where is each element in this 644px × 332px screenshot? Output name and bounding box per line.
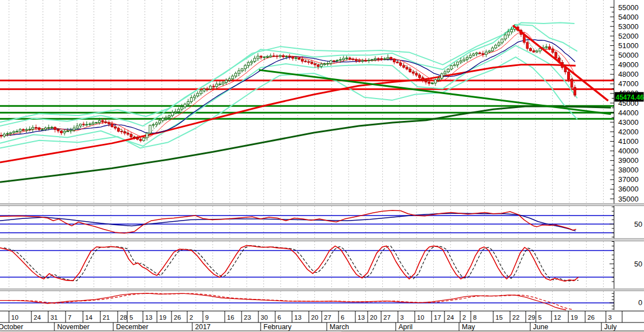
- date-tick-label: 13: [294, 314, 302, 321]
- price-tick-label: 53000: [618, 22, 638, 31]
- month-label: March: [330, 323, 349, 331]
- date-tick-label: 10: [417, 314, 424, 321]
- date-tick-label: 17: [434, 314, 441, 321]
- osc1-navy-line: [0, 213, 576, 231]
- date-tick-label: 20: [311, 314, 318, 321]
- date-tick-label: 3: [608, 314, 611, 321]
- month-label: October: [0, 323, 23, 331]
- candles: [0, 24, 576, 142]
- price-tick-label: 44000: [618, 109, 638, 117]
- date-tick-label: 13: [358, 314, 365, 321]
- date-tick-label: 10: [11, 314, 18, 321]
- month-label: April: [399, 323, 413, 331]
- oscillator-axis-label: 0: [638, 298, 642, 307]
- price-tick-label: 40000: [618, 147, 638, 155]
- date-tick-label: 24: [447, 314, 454, 321]
- price-tick-label: 54000: [618, 13, 638, 21]
- date-tick-label: 19: [159, 314, 166, 321]
- long-term-ma-green: [0, 106, 611, 182]
- date-tick-label: 30: [261, 314, 268, 321]
- price-tick-label: 42000: [618, 128, 638, 136]
- price-tick-label: 35000: [618, 195, 638, 203]
- date-tick-label: 26: [587, 314, 595, 321]
- bollinger-inner-lower: [0, 45, 577, 146]
- oscillator-axis-label: 50: [634, 260, 642, 268]
- price-tick-label: 55000: [618, 3, 638, 12]
- date-tick-label: 8: [473, 314, 476, 321]
- price-tick-label: 39000: [618, 156, 638, 165]
- svg-text:45474.46: 45474.46: [616, 93, 644, 101]
- bollinger-outer-lower: [0, 57, 577, 148]
- date-axis: 1024317142128513192629162330613202761320…: [0, 311, 644, 331]
- date-tick-label: 22: [512, 314, 520, 321]
- date-tick-label: 13: [145, 314, 152, 321]
- ma-short-green-dotted: [0, 29, 575, 139]
- price-tick-label: 37000: [618, 175, 638, 184]
- date-tick-label: 19: [571, 314, 578, 321]
- date-tick-label: 27: [324, 314, 331, 321]
- date-tick-label: 2: [462, 314, 466, 321]
- date-tick-label: 28: [120, 314, 127, 321]
- date-tick-label: 26: [174, 314, 181, 321]
- month-label: July: [604, 323, 617, 331]
- green-downtrend-line: [259, 70, 611, 114]
- long-term-ma-red: [0, 65, 576, 163]
- price-tick-label: 49000: [618, 60, 638, 69]
- date-tick-label: 5: [538, 314, 541, 321]
- price-tick-label: 36000: [618, 185, 638, 193]
- date-tick-label: 12: [554, 314, 561, 321]
- ma-mid-navy: [0, 40, 575, 135]
- bollinger-outer-upper: [0, 22, 574, 122]
- date-tick-label: 27: [383, 314, 391, 321]
- date-tick-label: 16: [227, 314, 234, 321]
- month-label: February: [263, 323, 292, 331]
- date-tick-label: 9: [205, 314, 209, 321]
- date-tick-label: 5: [129, 314, 133, 321]
- price-tick-label: 43000: [618, 118, 638, 127]
- price-tick-label: 41000: [618, 137, 638, 146]
- price-tick-label: 38000: [618, 166, 638, 174]
- date-tick-label: 15: [495, 314, 503, 321]
- panel-separator: [0, 239, 644, 241]
- month-label: December: [116, 323, 149, 331]
- panel-separator: [0, 203, 644, 206]
- stock-chart-canvas: 5500054000530005200051000500004900048000…: [0, 0, 644, 332]
- date-tick-label: 3: [400, 314, 404, 321]
- date-tick-label: 21: [103, 314, 110, 321]
- date-tick-label: 6: [341, 314, 344, 321]
- date-tick-label: 24: [34, 314, 41, 321]
- month-label: November: [57, 323, 90, 331]
- date-tick-label: 29: [528, 314, 535, 321]
- month-label: June: [533, 323, 548, 331]
- date-tick-label: 7: [68, 314, 71, 321]
- price-axis: 5500054000530005200051000500004900048000…: [610, 0, 643, 310]
- price-tick-label: 47000: [618, 80, 638, 88]
- osc2-k-red-line: [0, 246, 578, 282]
- main-price-panel: [0, 22, 614, 182]
- osc3-red-line: [0, 293, 566, 310]
- month-label: 2017: [195, 323, 211, 331]
- last-price-label: 45474.46: [615, 92, 644, 102]
- date-tick-label: 20: [370, 314, 377, 321]
- date-tick-label: 23: [244, 314, 251, 321]
- price-tick-label: 48000: [618, 70, 638, 78]
- month-label: May: [462, 323, 475, 331]
- date-tick-label: 31: [50, 314, 58, 321]
- charting-app-window: 5500054000530005200051000500004900048000…: [0, 0, 644, 332]
- panel-separator: [0, 289, 644, 292]
- price-tick-label: 52000: [618, 32, 638, 40]
- price-tick-label: 51000: [618, 41, 638, 50]
- date-tick-label: 6: [277, 314, 281, 321]
- price-tick-label: 50000: [618, 51, 638, 59]
- date-tick-label: 2: [189, 314, 193, 321]
- oscillator-axis-label: 50: [634, 220, 642, 228]
- date-tick-label: 14: [85, 314, 92, 321]
